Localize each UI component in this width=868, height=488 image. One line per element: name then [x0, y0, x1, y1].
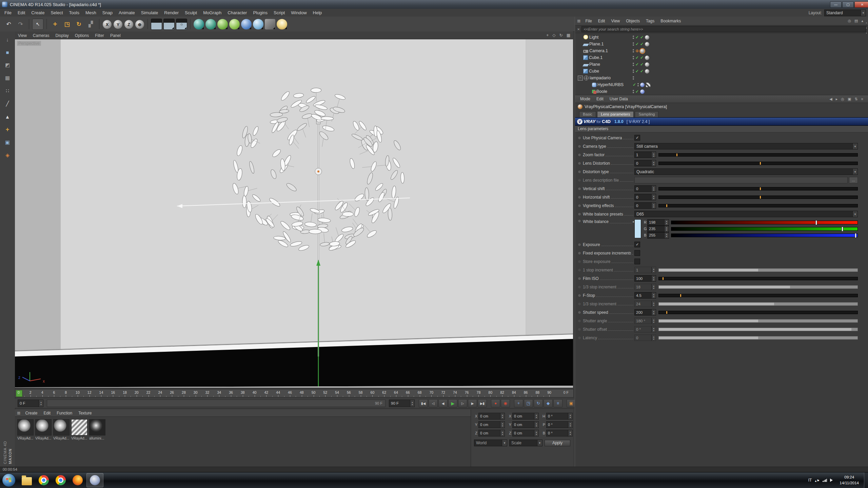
visibility-dots[interactable] [633, 63, 634, 66]
enable-check-icon[interactable]: ✓ [640, 42, 644, 46]
object-menu-bookmarks[interactable]: Bookmarks [657, 19, 684, 23]
visibility-dots[interactable] [633, 36, 634, 39]
object-row-cube[interactable]: Cube✓✓ [575, 68, 868, 75]
clear-search-icon[interactable]: ✕ [577, 27, 580, 31]
coordinate-system-icon[interactable]: ⊕ [135, 20, 144, 29]
enable-check-icon[interactable]: ✓ [635, 55, 639, 60]
back-icon[interactable]: ◀ [829, 97, 832, 101]
distortion-type-dropdown[interactable]: Quadratic [634, 168, 858, 175]
menu-create[interactable]: Create [28, 10, 47, 15]
autokey-button[interactable]: ◉ [501, 399, 510, 407]
material-3-vrayad[interactable]: VRayAd... [71, 419, 87, 440]
lens-distortion-slider[interactable] [658, 162, 858, 165]
spinner[interactable] [500, 422, 505, 428]
snap-settings-icon[interactable]: ◈ [2, 150, 13, 160]
menu-script[interactable]: Script [271, 10, 288, 15]
keyframe-dot[interactable] [578, 260, 581, 263]
texture-axis-mode-icon[interactable]: ▣ [2, 137, 13, 147]
visibility-dots[interactable] [633, 90, 634, 93]
coordinate-field-0-x[interactable]: 0 cm [478, 413, 505, 420]
material-4-allumini[interactable]: allumini... [89, 419, 105, 440]
keyframe-selection-toggle[interactable]: ▣ [567, 399, 576, 407]
keyframe-dot[interactable] [578, 285, 581, 289]
next-key-button[interactable]: ▶ [468, 399, 477, 407]
timeline-ruler[interactable]: 0246810121416182022242628303234363840424… [15, 389, 574, 398]
dock-tab-icon-1[interactable]: ▪ [866, 21, 867, 24]
sync-icon[interactable]: ⇅ [854, 97, 857, 101]
white-balance-b-slider[interactable] [671, 233, 858, 237]
spinner[interactable] [534, 422, 538, 428]
spinner[interactable] [651, 203, 656, 208]
go-to-start-button[interactable]: ▮◀ [419, 399, 428, 407]
layout-dropdown[interactable]: Standard [824, 9, 866, 16]
polygons-mode-icon[interactable]: ▲ [2, 111, 13, 122]
enable-check-icon[interactable]: ✓ [635, 35, 639, 40]
spinner[interactable] [651, 309, 656, 315]
object-menu-view[interactable]: View [608, 19, 623, 23]
size-mode-dropdown[interactable]: Scale [509, 440, 542, 446]
panel-grid-icon[interactable]: ▦ [577, 19, 580, 23]
spinner[interactable] [568, 413, 572, 419]
coordinate-space-dropdown[interactable]: World [474, 440, 507, 446]
film-iso-field[interactable]: 100 [634, 275, 656, 282]
enable-check-icon[interactable]: ✓ [640, 62, 644, 67]
menu-snap[interactable]: Snap [99, 10, 116, 15]
menu-animate[interactable]: Animate [116, 10, 138, 15]
spinner[interactable] [651, 267, 656, 273]
display-tag-icon[interactable] [646, 83, 650, 87]
spinner[interactable] [651, 318, 656, 324]
white-balance-r-slider[interactable] [671, 221, 858, 224]
environment-icon[interactable] [253, 19, 263, 29]
chrome-icon[interactable] [36, 473, 52, 487]
1-3-stop-increment-slider[interactable] [658, 285, 858, 289]
object-menu-file[interactable]: File [582, 19, 595, 23]
start-button[interactable] [2, 473, 16, 487]
white-balance-b-field[interactable]: 255 [647, 232, 669, 239]
white-balance-swatch[interactable] [634, 219, 641, 238]
phong-tag-icon[interactable] [640, 83, 645, 87]
spinner[interactable] [651, 292, 656, 298]
keyframe-dot[interactable] [578, 311, 581, 314]
file-explorer-icon[interactable] [19, 473, 35, 487]
keyframe-dot[interactable] [578, 319, 581, 323]
record-rotation-toggle[interactable]: ↻ [534, 399, 543, 407]
show-desktop-button[interactable] [864, 472, 868, 488]
keyframe-dot[interactable] [578, 219, 581, 223]
material-thumbnail[interactable] [53, 419, 70, 435]
edges-mode-icon[interactable]: ╱ [2, 99, 13, 109]
rotate-icon[interactable]: ↻ [74, 19, 84, 29]
apply-button[interactable]: Apply [545, 440, 570, 446]
language-indicator[interactable]: IT [808, 478, 812, 483]
enable-check-icon[interactable]: ✓ [640, 55, 644, 60]
spinner[interactable] [568, 422, 572, 428]
enable-check-icon[interactable]: ✓ [635, 62, 639, 67]
viewport-label[interactable]: Perspective [17, 41, 41, 46]
enable-check-icon[interactable]: ✓ [633, 82, 636, 87]
record-scale-toggle[interactable]: ◳ [524, 399, 533, 407]
lock-icon[interactable]: ▣ [848, 97, 851, 101]
menu-sculpt[interactable]: Sculpt [182, 10, 200, 15]
keyframe-dot[interactable] [578, 170, 581, 174]
texture-tag-icon[interactable] [640, 49, 645, 53]
record-parameter-toggle[interactable]: ◆ [544, 399, 553, 407]
keyframe-dot[interactable] [578, 251, 581, 255]
spinner[interactable] [534, 413, 538, 419]
material-thumbnail[interactable] [71, 419, 87, 435]
tab-sampling[interactable]: Sampling [635, 111, 658, 117]
lock-y-axis-icon[interactable]: Y [114, 20, 122, 29]
object-row-boole[interactable]: Boole✓ [575, 88, 868, 95]
forward-icon[interactable]: ▸ [836, 97, 838, 101]
latency-field[interactable]: 0 [634, 334, 656, 341]
visibility-dots[interactable] [633, 42, 634, 46]
shutter-angle-slider[interactable] [658, 319, 858, 323]
record-button[interactable]: ● [491, 399, 500, 407]
texture-tag-icon[interactable] [645, 62, 649, 67]
object-row-lampadario[interactable]: −lampadario [575, 75, 868, 81]
spinner[interactable] [651, 326, 656, 332]
coordinate-field-0-z[interactable]: 0 cm [478, 430, 505, 436]
workplane-mode-icon[interactable]: ▦ [2, 73, 13, 83]
white-balance-g-field[interactable]: 235 [647, 226, 669, 232]
material-thumbnail[interactable] [89, 419, 105, 435]
coordinate-field-1-z[interactable]: 0 cm [512, 430, 539, 436]
camera-objects-icon[interactable] [265, 19, 275, 29]
